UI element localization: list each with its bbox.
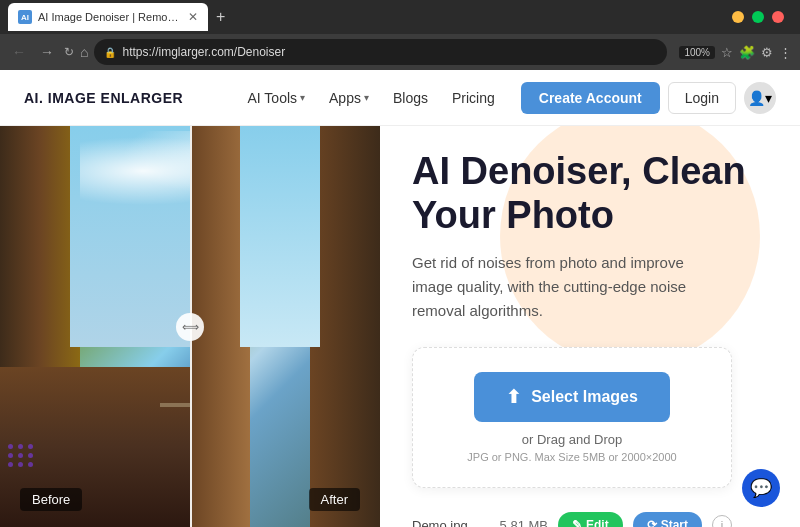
upload-icon: ⬆ <box>506 386 521 408</box>
nav-blogs[interactable]: Blogs <box>383 84 438 112</box>
active-tab[interactable]: AI AI Image Denoiser | Remove Im... ✕ <box>8 3 208 31</box>
forward-button[interactable]: → <box>36 44 58 60</box>
drag-drop-text: or Drag and Drop <box>433 432 711 447</box>
before-label: Before <box>20 488 82 511</box>
bookmark-icon[interactable]: ☆ <box>721 45 733 60</box>
chevron-down-icon: ▾ <box>300 92 305 103</box>
compare-handle[interactable]: ⟺ <box>176 313 204 341</box>
nav-apps-label: Apps <box>329 90 361 106</box>
after-label: After <box>309 488 360 511</box>
login-button[interactable]: Login <box>668 82 736 114</box>
info-button[interactable]: i <box>712 515 732 527</box>
website-content: AI. IMAGE ENLARGER AI Tools ▾ Apps ▾ Blo… <box>0 70 800 527</box>
select-images-label: Select Images <box>531 388 638 406</box>
window-minimize-button[interactable] <box>732 11 744 23</box>
after-canyon-right <box>310 126 380 527</box>
chat-icon: 💬 <box>750 477 772 499</box>
lock-icon: 🔒 <box>104 47 116 58</box>
avatar[interactable]: 👤▾ <box>744 82 776 114</box>
new-tab-button[interactable]: + <box>216 8 225 26</box>
file-name: Demo.jpg <box>412 518 490 527</box>
more-icon[interactable]: ⋮ <box>779 45 792 60</box>
edit-button[interactable]: ✎ Edit <box>558 512 623 527</box>
after-image-overlay <box>190 126 380 527</box>
start-button[interactable]: ⟳ Start <box>633 512 702 527</box>
window-maximize-button[interactable] <box>752 11 764 23</box>
back-button[interactable]: ← <box>8 44 30 60</box>
nav-ai-tools-label: AI Tools <box>247 90 297 106</box>
main-content: ⟺ Before After AI Denoiser, Clean Your P… <box>0 126 800 527</box>
url-text: https://imglarger.com/Denoiser <box>122 45 285 59</box>
after-sky <box>240 126 320 347</box>
file-info-row: Demo.jpg 5.81 MB ✎ Edit ⟳ Start i <box>412 504 732 527</box>
site-logo: AI. IMAGE ENLARGER <box>24 90 183 106</box>
edit-icon: ✎ <box>572 518 582 527</box>
edit-label: Edit <box>586 518 609 527</box>
nav-pricing[interactable]: Pricing <box>442 84 505 112</box>
zoom-badge: 100% <box>679 46 715 59</box>
select-images-button[interactable]: ⬆ Select Images <box>474 372 670 422</box>
image-compare-panel: ⟺ Before After <box>0 126 380 527</box>
decorative-dots <box>8 444 34 467</box>
extensions-icon[interactable]: 🧩 <box>739 45 755 60</box>
settings-icon[interactable]: ⚙ <box>761 45 773 60</box>
file-size: 5.81 MB <box>500 518 548 527</box>
info-icon: i <box>721 519 723 527</box>
tab-favicon: AI <box>18 10 32 24</box>
home-button[interactable]: ⌂ <box>80 44 88 60</box>
tab-title: AI Image Denoiser | Remove Im... <box>38 11 182 23</box>
tab-close-button[interactable]: ✕ <box>188 10 198 24</box>
browser-chrome: AI AI Image Denoiser | Remove Im... ✕ + … <box>0 0 800 70</box>
create-account-button[interactable]: Create Account <box>521 82 660 114</box>
nav-actions: Create Account Login 👤▾ <box>521 82 776 114</box>
nav-ai-tools[interactable]: AI Tools ▾ <box>237 84 315 112</box>
upload-box: ⬆ Select Images or Drag and Drop JPG or … <box>412 347 732 488</box>
chat-bubble-button[interactable]: 💬 <box>742 469 780 507</box>
navbar: AI. IMAGE ENLARGER AI Tools ▾ Apps ▾ Blo… <box>0 70 800 126</box>
toolbar-right: 100% ☆ 🧩 ⚙ ⋮ <box>679 45 792 60</box>
window-close-button[interactable] <box>772 11 784 23</box>
start-icon: ⟳ <box>647 518 657 527</box>
page-subtitle: Get rid of noises from photo and improve… <box>412 251 692 323</box>
address-bar[interactable]: 🔒 https://imglarger.com/Denoiser <box>94 39 667 65</box>
start-label: Start <box>661 518 688 527</box>
image-container: ⟺ Before After <box>0 126 380 527</box>
nav-pricing-label: Pricing <box>452 90 495 106</box>
nav-apps[interactable]: Apps ▾ <box>319 84 379 112</box>
right-panel: AI Denoiser, Clean Your Photo Get rid of… <box>380 126 800 527</box>
tab-bar: AI AI Image Denoiser | Remove Im... ✕ + <box>0 0 800 34</box>
reload-button[interactable]: ↻ <box>64 45 74 59</box>
nav-blogs-label: Blogs <box>393 90 428 106</box>
page-title: AI Denoiser, Clean Your Photo <box>412 150 768 237</box>
format-text: JPG or PNG. Max Size 5MB or 2000×2000 <box>433 451 711 463</box>
nav-links: AI Tools ▾ Apps ▾ Blogs Pricing <box>237 84 504 112</box>
content-wrapper: AI Denoiser, Clean Your Photo Get rid of… <box>412 150 768 527</box>
chevron-down-icon: ▾ <box>364 92 369 103</box>
address-bar-row: ← → ↻ ⌂ 🔒 https://imglarger.com/Denoiser… <box>0 34 800 70</box>
